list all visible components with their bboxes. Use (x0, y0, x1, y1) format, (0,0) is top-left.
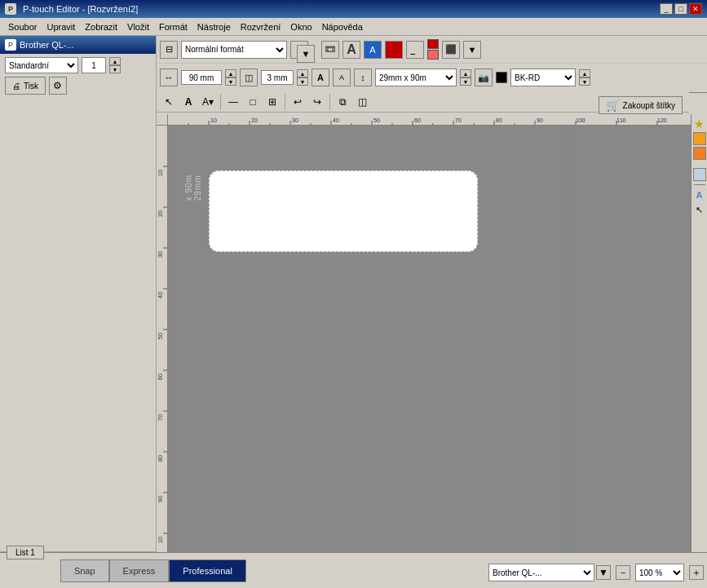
menu-format[interactable]: Formát (154, 20, 192, 33)
side-icon-a[interactable]: A (693, 188, 706, 201)
tools-sep1 (220, 94, 221, 110)
printer-combo: Brother QL-... ▼ (488, 564, 611, 581)
tape-icon[interactable]: 📼 (321, 41, 339, 59)
camera-icon[interactable]: 📷 (475, 69, 493, 86)
svg-text:100: 100 (576, 117, 585, 123)
side-icon-star[interactable]: ★ (693, 117, 706, 130)
printer-dropdown[interactable]: Brother QL-... (488, 564, 594, 581)
menu-vlozit[interactable]: Vložit (122, 20, 154, 33)
minimize-button[interactable]: _ (660, 3, 673, 15)
undo-button[interactable]: ↩ (289, 93, 307, 111)
format-toolbar-row1: ⊟ Normální formát ▲ ▼ 📼 A A ̲ ⬛ ▼ (157, 36, 707, 64)
side-icon-cursor[interactable]: ↖ (693, 203, 706, 216)
size-select[interactable]: 29mm x 90m (375, 69, 457, 86)
zoom-select[interactable]: 100 % (635, 564, 684, 581)
style-select[interactable]: Standardní (5, 57, 78, 73)
size-dn[interactable]: ▼ (460, 77, 471, 86)
copies-input[interactable] (82, 57, 106, 73)
width-dn[interactable]: ▼ (225, 77, 236, 86)
format-select[interactable]: Normální formát (181, 41, 287, 59)
page-tab[interactable]: List 1 (7, 546, 44, 559)
side-icon-box1[interactable] (693, 132, 706, 145)
print-label: Tisk (24, 82, 38, 91)
copies-down[interactable]: ▼ (109, 65, 121, 73)
printer-arrow[interactable]: ▼ (596, 565, 611, 580)
status-bar: List 1 Snap Express Professional Brother… (0, 552, 707, 588)
titlebar-controls: _ □ ✕ (660, 3, 702, 15)
label-element[interactable] (209, 170, 478, 252)
ruler-horizontal: 10 20 30 40 50 60 70 80 90 100 110 120 1… (168, 114, 707, 126)
margin-up[interactable]: ▲ (297, 69, 308, 77)
tab-express-label: Express (123, 566, 156, 576)
width-up[interactable]: ▲ (225, 69, 236, 77)
ruler-icon[interactable]: ↔ (160, 69, 178, 86)
color-up[interactable]: ▲ (579, 69, 590, 77)
print-density-icon[interactable]: ◫ (240, 69, 258, 86)
menu-soubor[interactable]: Soubor (3, 20, 42, 33)
menu-napoveda[interactable]: Nápověda (317, 20, 368, 33)
side-icon-box2[interactable] (693, 147, 706, 160)
color-select[interactable]: BK-RD (510, 69, 576, 86)
print-button[interactable]: 🖨 Tisk (5, 77, 46, 95)
svg-text:20: 20 (251, 117, 258, 123)
table-tool[interactable]: ⊞ (263, 93, 281, 111)
svg-text:30: 30 (157, 251, 163, 258)
maximize-button[interactable]: □ (674, 3, 687, 15)
svg-text:90: 90 (157, 496, 163, 502)
cart-icon: 🛒 (606, 99, 620, 112)
tab-express[interactable]: Express (109, 559, 170, 582)
menu-nastroje[interactable]: Nástroje (192, 20, 236, 33)
tab-professional[interactable]: Professional (169, 559, 246, 582)
svg-text:50: 50 (157, 333, 163, 339)
svg-text:40: 40 (333, 117, 339, 123)
size-up[interactable]: ▲ (460, 69, 471, 77)
margin-dn[interactable]: ▼ (297, 77, 308, 86)
buy-button[interactable]: 🛒 Zakoupit štítky (599, 96, 683, 114)
cursor-tool[interactable]: ↖ (160, 93, 178, 111)
text-style-btn[interactable]: A▾ (199, 93, 217, 111)
zoom-in-btn[interactable]: ＋ (689, 565, 704, 580)
menu-zobrazit[interactable]: Zobrazit (80, 20, 122, 33)
format-arrow-dn[interactable]: ▼ (297, 45, 315, 63)
copy-frame-btn[interactable]: ⧉ (334, 93, 351, 111)
zoom-out-btn[interactable]: － (616, 565, 630, 580)
rect-tool[interactable]: □ (244, 93, 262, 111)
svg-text:40: 40 (157, 292, 163, 298)
canvas-content[interactable]: 29mmx 90m (168, 126, 707, 552)
margin-input[interactable] (261, 70, 294, 85)
app-logo: P (5, 3, 16, 15)
menu-okno[interactable]: Okno (285, 20, 316, 33)
settings-button[interactable]: ⚙ (49, 77, 67, 95)
menu-upravit[interactable]: Upravit (42, 20, 80, 33)
text-color-btn[interactable]: A (364, 41, 382, 59)
svg-text:60: 60 (157, 374, 163, 380)
text-color-swatch-red[interactable] (385, 41, 403, 59)
redo-button[interactable]: ↪ (308, 93, 326, 111)
bold-icon[interactable]: ⬛ (442, 41, 460, 59)
paste-frame-btn[interactable]: ◫ (353, 93, 371, 111)
underline-icon[interactable]: ̲ (406, 41, 424, 59)
side-icon-box3[interactable] (693, 168, 706, 181)
tab-snap[interactable]: Snap (60, 559, 109, 582)
text-size-a-big[interactable]: A (342, 41, 360, 59)
line-tool[interactable]: — (224, 93, 242, 111)
svg-text:50: 50 (373, 117, 380, 123)
format-icon[interactable]: ⊟ (160, 41, 178, 59)
ruler-vertical: 10 20 30 40 50 60 70 80 90 10 (157, 126, 168, 552)
menu-rozvrzenimenu[interactable]: Rozvržení (236, 20, 286, 33)
close-button[interactable]: ✕ (689, 3, 702, 15)
page-tab-label: List 1 (15, 548, 35, 557)
copies-up[interactable]: ▲ (109, 57, 121, 65)
printer-controls: Standardní ▲ ▼ 🖨 Tisk ⚙ (0, 54, 156, 98)
width-input[interactable] (181, 70, 222, 85)
more-icon[interactable]: ▼ (463, 41, 481, 59)
text-tool[interactable]: A (179, 93, 197, 111)
left-panel-header: P Brother QL-... (0, 36, 156, 54)
letter-a-icon[interactable]: A (312, 69, 329, 86)
color-dn[interactable]: ▼ (579, 77, 590, 86)
letter-a2-icon[interactable]: A (333, 69, 351, 86)
height-icon[interactable]: ↕ (354, 69, 372, 86)
ruler-corner (157, 114, 168, 126)
left-panel: P Brother QL-... Standardní ▲ ▼ 🖨 Tisk ⚙ (0, 36, 157, 552)
tab-snap-label: Snap (74, 566, 95, 576)
